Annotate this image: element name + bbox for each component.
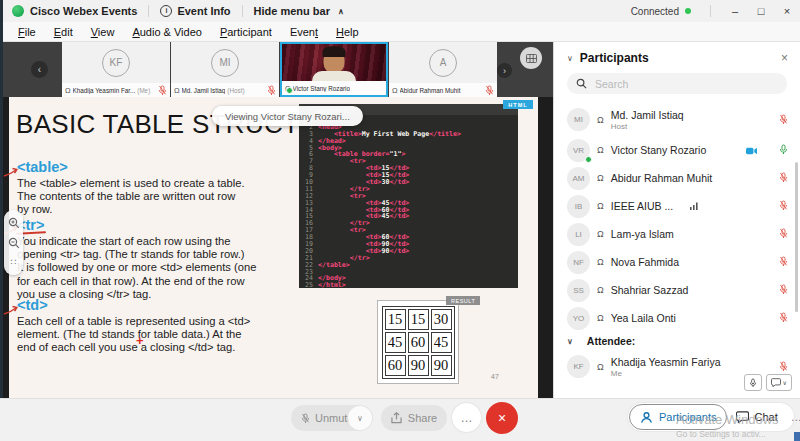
participant-status-icons — [746, 141, 788, 159]
participants-toggle-button[interactable]: Participants — [629, 404, 727, 430]
participant-search[interactable] — [567, 73, 787, 94]
mic-muted-icon — [158, 85, 167, 96]
scrollbar[interactable] — [795, 162, 798, 312]
divider — [148, 5, 149, 17]
participant-row[interactable]: LIΩLam-ya Islam — [554, 220, 800, 248]
menu-item-file[interactable]: File — [9, 26, 45, 38]
person-silhouette — [324, 49, 345, 73]
minimize-button[interactable]: – — [722, 5, 748, 17]
collapse-chevron-icon[interactable]: ∨ — [567, 54, 573, 63]
panel-toggle-group: Participants Chat … — [628, 403, 794, 431]
participant-info: IEEE AIUB ... — [611, 200, 673, 212]
participant-status-icons — [779, 169, 788, 187]
feedback-bubble-button[interactable]: ∨ — [766, 374, 792, 391]
tile-row: KFΩKhadija Yeasmin Far...(Me)MIΩMd. Jami… — [62, 42, 497, 97]
video-tile[interactable]: ΩVictor Stany Rozario — [280, 42, 388, 97]
participant-role: Host — [611, 122, 684, 131]
menu-item-participant[interactable]: Participant — [211, 26, 281, 38]
video-feed — [282, 44, 386, 81]
more-panels-button[interactable]: … — [787, 411, 800, 423]
participant-row[interactable]: IBΩIEEE AIUB ... — [554, 192, 800, 220]
window-edge — [0, 0, 3, 398]
close-button[interactable]: × — [774, 5, 800, 17]
participant-row[interactable]: MIΩMd. Jamil IstiaqHost — [554, 103, 800, 136]
hide-menu-bar-button[interactable]: Hide menu bar ∧ — [254, 5, 344, 17]
headset-icon: Ω — [597, 285, 604, 295]
participants-title: Participants — [580, 51, 649, 65]
result-cell: 60 — [385, 355, 406, 376]
headset-icon: Ω — [597, 362, 604, 372]
tag-heading: <tr> — [17, 217, 297, 233]
audio-options-button[interactable]: ∨ — [348, 406, 372, 430]
chat-toggle-button[interactable]: Chat — [727, 411, 786, 423]
mic-muted-icon — [779, 358, 788, 376]
zoom-out-icon — [8, 237, 20, 249]
code-text: </html> — [318, 282, 346, 289]
participant-row[interactable]: SSΩShahriar Sazzad — [554, 276, 800, 304]
share-label: Share — [408, 412, 437, 424]
mute-control-button[interactable] — [744, 374, 762, 391]
divider — [242, 5, 243, 17]
attendee-section-header: ∨Attendee: — [554, 332, 800, 350]
participant-name: Abidur Rahman Muhit — [611, 172, 713, 184]
collapse-chevron-icon[interactable]: ∨ — [567, 337, 573, 346]
video-tile[interactable]: KFΩKhadija Yeasmin Far...(Me) — [62, 42, 170, 97]
layout-grid-button[interactable] — [520, 47, 542, 69]
unmute-button[interactable]: Unmute ∨ — [291, 405, 373, 431]
video-tile[interactable]: MIΩMd. Jamil Istiaq(Host) — [171, 42, 279, 97]
tile-name-bar: ΩKhadija Yeasmin Far...(Me) — [62, 83, 170, 97]
zoom-out-button[interactable] — [7, 236, 20, 249]
stage-edge — [538, 97, 553, 398]
zoom-in-button[interactable] — [7, 216, 20, 229]
participant-name: IEEE AIUB ... — [611, 200, 673, 212]
section-text: You indicate the start of each row using… — [17, 235, 297, 301]
participant-row[interactable]: YOΩYea Laila Onti — [554, 304, 800, 332]
taskbar-corner-fragment — [794, 432, 800, 441]
more-options-button[interactable]: … — [452, 403, 481, 432]
menu-item-audio-video[interactable]: Audio & Video — [123, 26, 211, 38]
menu-item-event[interactable]: Event — [281, 26, 327, 38]
panel-close-icon[interactable]: × — [781, 51, 788, 65]
mic-muted-icon — [779, 309, 788, 327]
dropdown-chevron-icon: ∨ — [783, 379, 787, 386]
participant-name: Md. Jamil Istiaq — [182, 87, 226, 94]
tile-body: KF — [62, 42, 170, 83]
carousel-prev-button[interactable]: ‹ — [31, 61, 48, 78]
share-button[interactable]: Share — [381, 405, 447, 431]
headset-icon: Ω — [597, 257, 604, 267]
participant-row[interactable]: NFΩNova Fahmida — [554, 248, 800, 276]
result-badge: RESULT — [446, 296, 480, 305]
participant-name: Abidur Rahman Muhit — [400, 87, 461, 94]
menu-item-edit[interactable]: Edit — [45, 26, 82, 38]
participant-status-icons — [779, 309, 788, 327]
search-input[interactable] — [593, 77, 767, 91]
carousel-next-button[interactable]: › — [497, 63, 512, 78]
event-info-button[interactable]: i Event Info — [160, 5, 230, 17]
participant-name: Nova Fahmida — [611, 256, 679, 268]
panel-footer-actions: ∨ — [744, 374, 792, 391]
code-line: 22</table> — [299, 262, 518, 269]
participant-name: Md. Jamil Istiaq — [611, 109, 684, 121]
annotation-toolbar: ∷ — [4, 210, 23, 275]
participant-info: Lam-ya Islam — [611, 228, 674, 240]
event-info-label: Event Info — [177, 5, 230, 17]
drag-handle-icon[interactable]: ∷ — [7, 256, 20, 269]
participant-role: (Me) — [137, 87, 150, 94]
menu-item-view[interactable]: View — [82, 26, 124, 38]
red-arrow-annotation-icon — [3, 301, 19, 312]
participant-row[interactable]: VRΩVictor Stany Rozario — [554, 136, 800, 164]
divider — [710, 5, 711, 17]
leave-event-button[interactable]: × — [486, 402, 518, 434]
result-row: 456045 — [385, 332, 452, 353]
chat-button-label: Chat — [754, 411, 777, 423]
participants-button-label: Participants — [659, 411, 716, 423]
mic-muted-icon — [779, 253, 788, 271]
maximize-button[interactable]: □ — [748, 5, 774, 17]
mic-muted-icon — [779, 169, 788, 187]
chevron-up-icon: ∧ — [338, 7, 344, 16]
menu-item-help[interactable]: Help — [327, 26, 368, 38]
video-tile[interactable]: AΩAbidur Rahman Muhit — [389, 42, 497, 97]
participant-row[interactable]: AMΩAbidur Rahman Muhit — [554, 164, 800, 192]
participant-info: Abidur Rahman Muhit — [611, 172, 713, 184]
avatar: MI — [211, 49, 239, 77]
